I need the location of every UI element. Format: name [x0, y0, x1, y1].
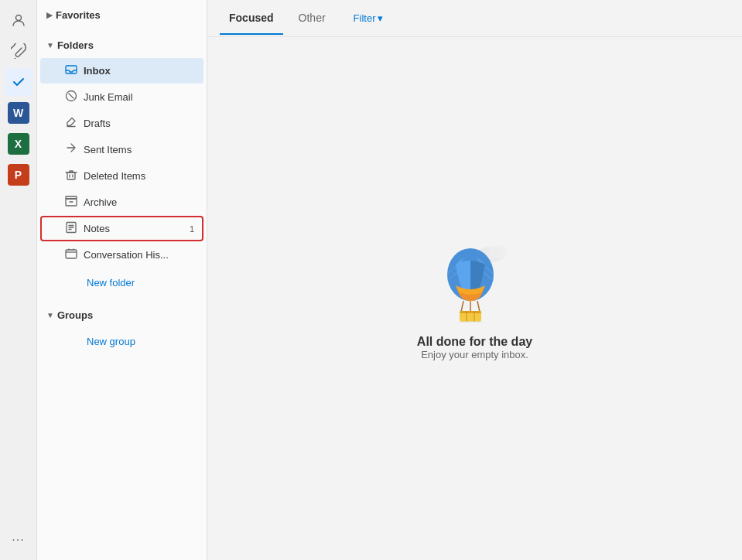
- junk-label: Junk Email: [84, 91, 194, 103]
- sidebar-item-junk[interactable]: Junk Email: [40, 84, 203, 110]
- folders-section: ▼ Folders Inbox Junk Email Drafts: [37, 30, 207, 300]
- notes-badge: 1: [190, 224, 194, 234]
- svg-rect-22: [460, 311, 481, 313]
- todo-icon[interactable]: [5, 68, 32, 96]
- groups-chevron: ▼: [46, 311, 54, 319]
- notes-icon: [65, 221, 77, 236]
- sidebar-item-archive[interactable]: Archive: [40, 190, 203, 215]
- folders-header[interactable]: ▼ Folders: [37, 33, 207, 57]
- groups-section: ▼ Groups New group: [37, 300, 207, 359]
- junk-icon: [65, 90, 77, 104]
- tab-bar: Focused Other Filter ▾: [207, 0, 742, 37]
- archive-icon: [65, 195, 77, 210]
- deleted-icon: [65, 169, 77, 183]
- svg-rect-4: [67, 172, 75, 179]
- new-group-link[interactable]: New group: [62, 330, 197, 353]
- sidebar-item-deleted[interactable]: Deleted Items: [40, 163, 203, 189]
- attachments-icon[interactable]: [5, 37, 32, 65]
- sidebar-item-sent[interactable]: Sent Items: [40, 137, 203, 162]
- inbox-icon: [65, 63, 77, 78]
- filter-chevron-icon: ▾: [378, 12, 383, 24]
- sidebar-item-inbox[interactable]: Inbox: [40, 58, 203, 84]
- powerpoint-app-icon[interactable]: P: [5, 161, 32, 189]
- new-folder-link[interactable]: New folder: [62, 271, 197, 294]
- word-app-icon[interactable]: W: [5, 99, 32, 127]
- groups-header[interactable]: ▼ Groups: [37, 303, 207, 327]
- empty-inbox-state: All done for the day Enjoy your empty in…: [207, 37, 742, 560]
- sidebar: ▶ Favorites ▼ Folders Inbox Junk Email: [37, 0, 207, 560]
- sidebar-item-notes[interactable]: Notes 1: [40, 216, 203, 241]
- svg-point-16: [489, 245, 508, 258]
- archive-label: Archive: [84, 196, 194, 208]
- tab-other[interactable]: Other: [289, 2, 335, 35]
- sidebar-item-conversation[interactable]: Conversation His...: [40, 242, 203, 268]
- more-apps-icon[interactable]: ···: [5, 526, 32, 554]
- folders-chevron: ▼: [46, 41, 54, 50]
- favorites-header[interactable]: ▶ Favorites: [37, 3, 207, 27]
- sent-label: Sent Items: [84, 144, 194, 155]
- filter-button[interactable]: Filter ▾: [347, 9, 390, 27]
- filter-label: Filter: [354, 12, 376, 24]
- drafts-icon: [65, 116, 77, 131]
- sent-icon: [65, 142, 77, 157]
- excel-app-icon[interactable]: X: [5, 130, 32, 158]
- inbox-label: Inbox: [84, 65, 194, 77]
- deleted-label: Deleted Items: [84, 170, 194, 182]
- main-content: Focused Other Filter ▾: [207, 0, 742, 560]
- svg-rect-13: [66, 250, 77, 258]
- balloon-illustration: [436, 237, 514, 323]
- groups-label: Groups: [57, 309, 93, 321]
- app-rail: W X P ···: [0, 0, 37, 560]
- svg-point-25: [453, 321, 487, 323]
- conversation-label: Conversation His...: [84, 249, 194, 261]
- svg-line-3: [69, 94, 74, 98]
- favorites-section: ▶ Favorites: [37, 0, 207, 30]
- svg-line-18: [461, 301, 463, 312]
- favorites-chevron: ▶: [46, 11, 53, 19]
- contacts-icon[interactable]: [5, 6, 32, 34]
- conversation-icon: [65, 248, 77, 262]
- favorites-label: Favorites: [56, 9, 101, 21]
- svg-point-0: [15, 15, 21, 21]
- sidebar-item-drafts[interactable]: Drafts: [40, 111, 203, 136]
- notes-label: Notes: [84, 223, 183, 234]
- drafts-label: Drafts: [84, 118, 194, 129]
- svg-rect-8: [66, 196, 77, 199]
- balloon-svg: [436, 237, 514, 323]
- folders-label: Folders: [57, 39, 94, 51]
- empty-title: All done for the day: [417, 335, 532, 349]
- tab-focused[interactable]: Focused: [220, 2, 283, 35]
- svg-line-20: [477, 301, 480, 312]
- empty-subtitle: Enjoy your empty inbox.: [421, 349, 528, 360]
